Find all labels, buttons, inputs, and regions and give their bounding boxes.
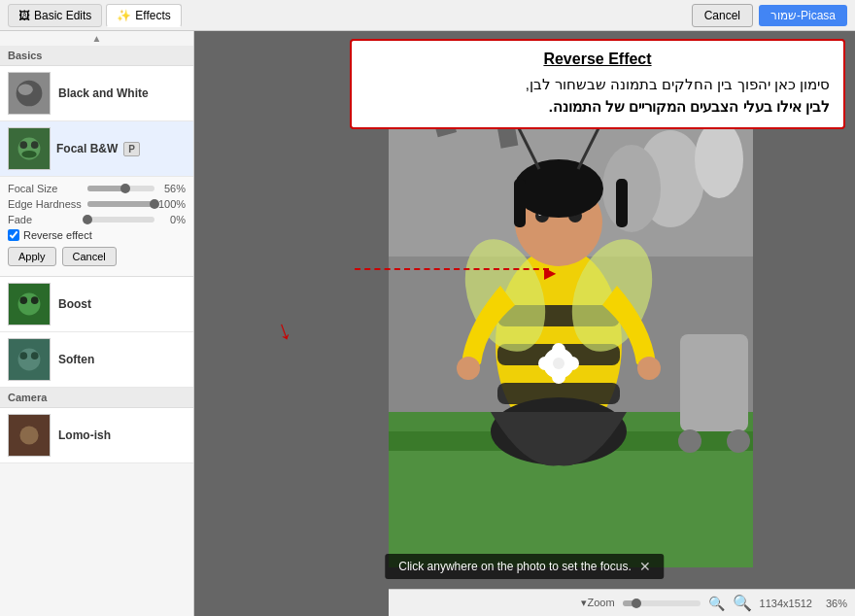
svg-point-37	[552, 343, 565, 357]
photo-frame[interactable]	[389, 62, 753, 567]
svg-point-60	[727, 429, 750, 453]
svg-point-38	[552, 370, 565, 384]
focal-size-label: Focal Size	[8, 183, 84, 194]
lomo-thumb	[8, 414, 51, 457]
focal-size-row: Focal Size 56%	[8, 183, 186, 194]
svg-point-15	[31, 352, 39, 359]
lomo-label: Lomo-ish	[58, 428, 111, 442]
edge-hardness-slider[interactable]	[87, 201, 154, 207]
tooltip-title: Reverse Effect	[365, 51, 830, 68]
basic-edits-icon: 🖼	[18, 9, 30, 22]
svg-point-27	[602, 145, 661, 232]
main-layout: ▲ Basics Black and White	[0, 31, 855, 616]
cancel-button[interactable]: Cancel	[692, 4, 753, 27]
svg-point-11	[31, 296, 39, 304]
tab-basic-edits[interactable]: 🖼 Basic Edits	[8, 4, 102, 27]
svg-rect-30	[389, 451, 753, 567]
svg-point-49	[514, 159, 603, 218]
svg-point-6	[31, 141, 39, 149]
focal-bw-label: Focal B&W	[56, 142, 118, 155]
dashed-arrow-line	[355, 268, 549, 270]
effect-item-black-white[interactable]: Black and White	[0, 66, 193, 121]
svg-point-14	[19, 352, 27, 359]
focal-cancel-button[interactable]: Cancel	[62, 247, 117, 266]
svg-rect-58	[680, 334, 748, 431]
reverse-effect-checkbox[interactable]	[8, 229, 19, 241]
svg-point-39	[538, 357, 552, 370]
fade-value: 0%	[158, 214, 186, 225]
image-size: 1134x1512	[760, 598, 812, 609]
focal-size-slider[interactable]	[87, 186, 154, 191]
edge-hardness-label: Edge Hardness	[8, 198, 84, 210]
tooltip-line1: סימון כאן יהפוך בין החלקים בתמונה שבשחור…	[526, 76, 830, 92]
tooltip-box: Reverse Effect סימון כאן יהפוך בין החלקי…	[350, 39, 845, 129]
black-white-label: Black and White	[58, 86, 149, 100]
dashed-arrowhead: ▶	[544, 263, 556, 282]
zoom-label: ▾Zoom	[581, 597, 614, 609]
svg-point-5	[19, 141, 27, 149]
basics-heading: Basics	[0, 46, 193, 66]
camera-heading: Camera	[0, 388, 193, 408]
status-bar: ▾Zoom 🔍 🔍 1134x1512 36%	[389, 589, 855, 616]
hint-close-icon[interactable]: ✕	[639, 559, 651, 574]
effects-label: Effects	[135, 9, 170, 22]
boost-thumb	[8, 283, 51, 325]
fade-label: Fade	[8, 214, 84, 225]
svg-point-18	[19, 426, 38, 444]
zoom-out-icon[interactable]: 🔍	[708, 596, 725, 611]
zoom-slider[interactable]	[623, 600, 701, 606]
svg-point-26	[695, 120, 743, 198]
focal-p-badge: P	[123, 142, 140, 156]
svg-point-41	[553, 358, 564, 369]
effect-item-focal-bw[interactable]: Focal B&W P	[0, 121, 193, 177]
scroll-up-arrow[interactable]: ▲	[0, 31, 193, 46]
image-area[interactable]: Reverse Effect סימון כאן יהפוך בין החלקי…	[194, 31, 855, 616]
svg-point-2	[18, 84, 33, 94]
fade-slider[interactable]	[87, 217, 154, 222]
svg-point-40	[565, 357, 579, 370]
svg-point-59	[678, 429, 701, 453]
svg-rect-50	[514, 179, 526, 227]
focal-size-value: 56%	[158, 183, 186, 194]
reverse-effect-row: Reverse effect	[8, 229, 186, 241]
solid-arrow: ↑	[273, 317, 296, 351]
save-button[interactable]: שמור-Picasa	[759, 5, 847, 26]
click-hint-text: Click anywhere on the photo to set the f…	[398, 560, 631, 573]
soften-thumb	[8, 338, 51, 381]
svg-point-57	[637, 357, 661, 380]
click-hint: Click anywhere on the photo to set the f…	[385, 554, 664, 579]
zoom-percent: 36%	[820, 598, 847, 609]
zoom-in-icon[interactable]: 🔍	[733, 594, 752, 612]
tab-effects[interactable]: ✨ Effects	[106, 4, 181, 27]
svg-point-9	[18, 293, 41, 316]
reverse-effect-label: Reverse effect	[23, 229, 92, 241]
tooltip-line2: לבין אילו בעלי הצבעים המקוריים של התמונה…	[549, 98, 830, 115]
toolbar-tabs: 🖼 Basic Edits ✨ Effects	[8, 4, 182, 27]
svg-point-56	[457, 357, 480, 380]
svg-point-13	[18, 349, 41, 371]
effect-item-lomo[interactable]: Lomo-ish	[0, 408, 193, 463]
tooltip-text: סימון כאן יהפוך בין החלקים בתמונה שבשחור…	[365, 74, 830, 118]
focal-bw-controls: Focal Size 56% Edge Hardness 100% Fade	[0, 177, 193, 277]
soften-label: Soften	[58, 353, 94, 366]
toolbar: 🖼 Basic Edits ✨ Effects Cancel שמור-Pica…	[0, 0, 855, 31]
black-white-thumb	[8, 72, 51, 115]
focal-bw-thumb	[8, 127, 51, 170]
effect-item-boost[interactable]: Boost	[0, 277, 193, 332]
edge-hardness-row: Edge Hardness 100%	[8, 198, 186, 210]
svg-rect-51	[616, 179, 628, 227]
effect-item-soften[interactable]: Soften	[0, 332, 193, 388]
svg-point-7	[21, 151, 36, 158]
bee-photo	[389, 62, 753, 567]
boost-label: Boost	[58, 297, 91, 311]
fade-row: Fade 0%	[8, 214, 186, 225]
focal-bw-button-row: Apply Cancel	[8, 247, 186, 266]
effects-icon: ✨	[117, 9, 131, 22]
edge-hardness-value: 100%	[158, 198, 186, 210]
apply-button[interactable]: Apply	[8, 247, 56, 266]
svg-point-10	[19, 296, 27, 304]
basic-edits-label: Basic Edits	[34, 9, 91, 22]
left-panel: ▲ Basics Black and White	[0, 31, 194, 616]
